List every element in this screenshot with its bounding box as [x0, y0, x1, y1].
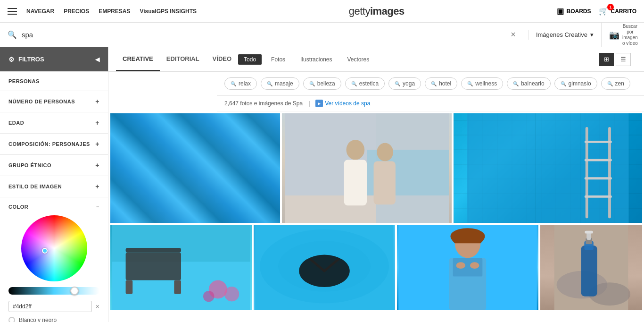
collapse-icon-color: − — [96, 204, 99, 210]
image-item-3[interactable] — [454, 113, 642, 223]
image-hover-overlay-4 — [110, 225, 252, 310]
sidebar-section-composicion: COMPOSICIÓN: PERSONAJES + — [0, 134, 108, 155]
main-layout: PERSONAS NÚMERO DE PERSONAS + EDAD + COM… — [0, 72, 644, 322]
tag-search-icon-3: 🔍 — [309, 81, 315, 86]
tab-video[interactable]: VÍDEO — [206, 47, 238, 71]
black-white-row: Blanco y negro — [8, 317, 99, 322]
cart-label: CARRITO — [611, 8, 636, 15]
filter-arrow-icon: ◀ — [95, 56, 99, 63]
video-icon: ▶ — [315, 100, 323, 107]
expand-icon-grupo-etnico: + — [95, 161, 99, 169]
search-clear-button[interactable]: × — [506, 30, 520, 40]
cart-button[interactable]: 1 🛒 CARRITO — [599, 7, 636, 16]
expand-icon-numero-personas: + — [95, 98, 99, 105]
type-btn-ilustraciones[interactable]: Ilustraciones — [295, 54, 338, 65]
video-link[interactable]: ▶ Ver vídeos de spa — [315, 100, 370, 107]
tags-row: 🔍 relax 🔍 masaje 🔍 belleza 🔍 estetica 🔍 … — [217, 72, 644, 96]
image-item-5[interactable] — [254, 225, 395, 310]
sidebar-section-header-estilo-imagen[interactable]: ESTILO DE IMAGEN + — [8, 183, 99, 190]
sidebar-section-label-numero-personas: NÚMERO DE PERSONAS — [8, 99, 75, 104]
search-input[interactable] — [22, 31, 506, 39]
sidebar-section-header-color[interactable]: COLOR − — [8, 204, 99, 210]
hamburger-menu[interactable] — [8, 8, 17, 15]
sidebar-section-estilo-imagen: ESTILO DE IMAGEN + — [0, 176, 108, 197]
tag-label-zen: zen — [615, 80, 624, 87]
color-wheel-wrap[interactable] — [8, 215, 99, 281]
boards-label: BOARDS — [567, 8, 591, 15]
grid-view-button[interactable]: ⊞ — [599, 53, 614, 66]
tag-search-icon-7: 🔍 — [467, 81, 473, 86]
image-hover-overlay-1 — [110, 113, 280, 223]
visual-search-button[interactable]: 📷 Buscar por imagen o vídeo — [602, 23, 644, 47]
sidebar-section-numero-personas: NÚMERO DE PERSONAS + — [0, 91, 108, 112]
sidebar-section-label-composicion: COMPOSICIÓN: PERSONAJES — [8, 141, 90, 147]
filter-tabs-row: ⚙ FILTROS ◀ CREATIVE EDITORIAL VÍDEO Tod… — [0, 47, 644, 72]
type-btn-vectores[interactable]: Vectores — [341, 54, 375, 65]
image-item-7[interactable] — [540, 225, 642, 310]
nav-link-navegar[interactable]: NAVEGAR — [26, 8, 54, 15]
filter-panel-toggle[interactable]: ⚙ FILTROS ◀ — [0, 47, 108, 71]
tag-estetica[interactable]: 🔍 estetica — [345, 77, 385, 90]
sidebar-section-header-composicion[interactable]: COMPOSICIÓN: PERSONAJES + — [8, 140, 99, 148]
sidebar-section-header-edad[interactable]: EDAD + — [8, 119, 99, 127]
image-item-1[interactable] — [110, 113, 280, 223]
tag-label-relax: relax — [239, 80, 251, 87]
sidebar-section-header-personas[interactable]: PERSONAS — [8, 78, 99, 84]
image-hover-overlay-7 — [540, 225, 642, 310]
type-btn-todo[interactable]: Todo — [238, 54, 262, 65]
tag-label-balneario: balneario — [521, 80, 544, 87]
sidebar-section-label-edad: EDAD — [8, 120, 24, 126]
image-hover-overlay-5 — [254, 225, 395, 310]
tag-label-belleza: belleza — [317, 80, 335, 87]
boards-button[interactable]: ▣ BOARDS — [557, 7, 591, 16]
image-grid-row-1 — [108, 111, 644, 225]
visual-search-label: Buscar por imagen o vídeo — [622, 24, 638, 46]
nav-link-precios[interactable]: PRECIOS — [64, 8, 89, 15]
image-grid-area: 🔍 relax 🔍 masaje 🔍 belleza 🔍 estetica 🔍 … — [108, 72, 644, 322]
filter-icon: ⚙ — [8, 56, 15, 63]
list-view-button[interactable]: ☰ — [616, 53, 631, 66]
video-link-label: Ver vídeos de spa — [325, 100, 370, 107]
tag-search-icon: 🔍 — [231, 81, 236, 86]
tag-search-icon-4: 🔍 — [351, 81, 357, 86]
nav-link-visualgps[interactable]: VisualGPS INSIGHTS — [140, 8, 197, 15]
tag-label-estetica: estetica — [359, 80, 379, 87]
sidebar-section-header-numero-personas[interactable]: NÚMERO DE PERSONAS + — [8, 98, 99, 105]
tag-yoga[interactable]: 🔍 yoga — [388, 77, 421, 90]
tag-search-icon-10: 🔍 — [607, 81, 613, 86]
tag-hotel[interactable]: 🔍 hotel — [425, 77, 457, 90]
color-hex-input[interactable] — [8, 301, 92, 312]
tag-relax[interactable]: 🔍 relax — [224, 77, 257, 90]
nav-left: NAVEGAR PRECIOS EMPRESAS VisualGPS INSIG… — [8, 8, 197, 15]
image-item-4[interactable] — [110, 225, 252, 310]
tab-editorial[interactable]: EDITORIAL — [160, 47, 206, 71]
image-hover-overlay-3 — [454, 113, 642, 223]
tag-belleza[interactable]: 🔍 belleza — [303, 77, 341, 90]
nav-link-empresas[interactable]: EMPRESAS — [99, 8, 130, 15]
chevron-down-icon: ▾ — [590, 31, 594, 38]
color-brightness-slider[interactable] — [8, 287, 99, 295]
color-clear-button[interactable]: × — [96, 303, 99, 310]
bw-radio-button[interactable] — [8, 317, 15, 322]
sidebar: PERSONAS NÚMERO DE PERSONAS + EDAD + COM… — [0, 72, 108, 322]
site-logo[interactable]: gettyimages — [349, 5, 405, 17]
tag-label-yoga: yoga — [403, 80, 415, 87]
image-item-2[interactable] — [282, 113, 452, 223]
tag-zen[interactable]: 🔍 zen — [601, 77, 630, 90]
tag-masaje[interactable]: 🔍 masaje — [261, 77, 299, 90]
tag-gimnasio[interactable]: 🔍 gimnasio — [554, 77, 597, 90]
results-info-row: 2,647 fotos e imágenes de Spa | ▶ Ver ví… — [217, 96, 644, 111]
sidebar-section-grupo-etnico: GRUPO ÉTNICO + — [0, 155, 108, 176]
search-type-selector[interactable]: Imágenes Creative ▾ — [528, 23, 602, 47]
expand-icon-estilo-imagen: + — [95, 183, 99, 190]
nav-right: ▣ BOARDS 1 🛒 CARRITO — [557, 7, 636, 16]
color-wheel[interactable] — [21, 215, 87, 281]
sidebar-section-header-grupo-etnico[interactable]: GRUPO ÉTNICO + — [8, 161, 99, 169]
tab-creative[interactable]: CREATIVE — [116, 47, 160, 71]
expand-icon-composicion: + — [95, 140, 99, 148]
tag-balneario[interactable]: 🔍 balneario — [507, 77, 550, 90]
type-btn-fotos[interactable]: Fotos — [265, 54, 291, 65]
tag-wellness[interactable]: 🔍 wellness — [461, 77, 503, 90]
image-item-6[interactable] — [397, 225, 538, 310]
tag-label-masaje: masaje — [275, 80, 293, 87]
